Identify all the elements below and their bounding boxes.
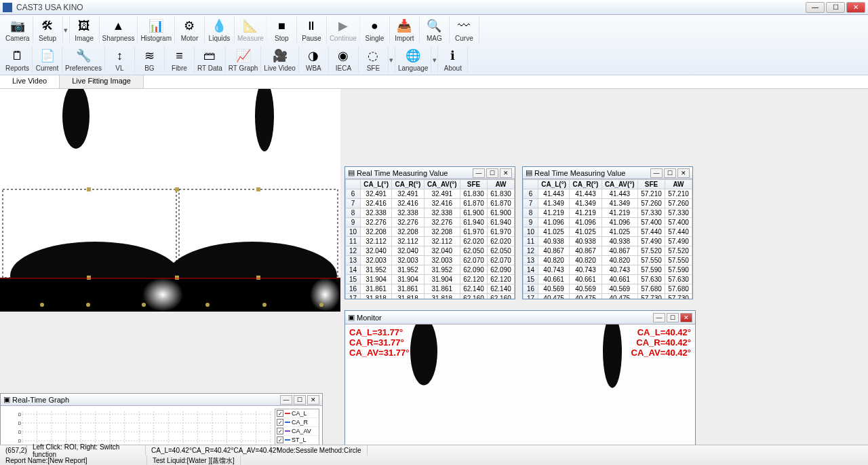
svg-point-16 [40,303,44,307]
legend-ca_l[interactable]: CA_L [275,409,319,418]
toolbar-sfe-dropdown[interactable]: ▾ [389,46,395,73]
toolbar-motor[interactable]: ⚙Motor [175,16,205,43]
toolbar-curve[interactable]: 〰Curve [450,16,479,43]
toolbar-sharpness[interactable]: ▲Sharpness [100,16,138,43]
table-row[interactable]: 732.41632.41632.41661.87061.870 [346,199,515,208]
status-bar: (657,2) Left Click: ROI, Right: Switch f… [0,445,868,465]
toolbar-sfe[interactable]: ◌SFE [359,46,389,73]
toolbar-language-dropdown[interactable]: ▾ [431,46,438,73]
table-row[interactable]: 1140.93840.93840.93857.49057.490 [524,237,692,246]
toolbar-about[interactable]: ℹAbout [438,46,468,73]
svg-point-19 [205,303,210,307]
toolbar-setup-dropdown[interactable]: ▾ [63,16,70,43]
toolbar-language[interactable]: 🌐Language [395,46,432,73]
panel-close-button[interactable]: ✕ [500,168,512,178]
table-row[interactable]: 1531.90431.90431.90462.12062.120 [346,275,515,284]
svg-rect-11 [175,187,179,191]
toolbar-pause[interactable]: ⏸Pause [297,16,327,43]
monitor-min-button[interactable]: — [653,313,665,322]
graph-close-button[interactable]: ✕ [307,395,319,405]
table-row[interactable]: 1440.74340.74340.74357.59057.590 [524,265,692,275]
liquids-icon: 💧 [211,18,227,34]
table-row[interactable]: 1340.82040.82040.82057.55057.550 [524,256,692,265]
toolbar-wba[interactable]: ◑WBA [299,46,329,73]
mag-icon: 🔍 [426,18,442,34]
toolbar-import[interactable]: 📥Import [390,16,420,43]
reports-icon: 🗒 [9,48,26,64]
toolbar-bg[interactable]: ≋BG [135,46,165,73]
checkbox-icon [277,410,283,417]
table-row[interactable]: 1332.00332.00332.00362.07062.070 [346,256,515,265]
graph-title: Real-Time Graph [12,396,69,404]
status-liquid: Test Liquid:[Water ][蒸馏水] [147,455,241,465]
table-row[interactable]: 1731.81831.81831.81862.16062.160 [346,294,515,299]
checkbox-icon [277,428,283,434]
tab-live-video[interactable]: Live Video [0,75,60,88]
maximize-button[interactable]: ☐ [826,2,845,13]
svg-point-21 [319,303,323,307]
rt-table-1[interactable]: CA_L(°)CA_R(°)CA_AV(°)SFEAW632.49132.491… [345,179,515,299]
rt-table-2[interactable]: CA_L(°)CA_R(°)CA_AV(°)SFEAW641.44341.443… [523,179,692,299]
table-row[interactable]: 832.33832.33832.33861.90061.900 [346,208,515,218]
monitor-max-button[interactable]: ☐ [667,313,679,322]
toolbar-setup[interactable]: 🛠Setup [33,16,63,43]
toolbar-liquids[interactable]: 💧Liquids [205,16,235,43]
table-row[interactable]: 941.09641.09641.09657.40057.400 [524,218,692,227]
toolbar-ieca[interactable]: ◉IECA [329,46,359,73]
table-row[interactable]: 1540.66140.66140.66157.63057.630 [524,275,692,284]
toolbar-preferences[interactable]: 🔧Preferences [62,46,105,73]
legend-ca_av[interactable]: CA_AV [275,427,319,436]
toolbar-rt-data[interactable]: 🗃RT Data [195,46,226,73]
svg-text:180: 180 [18,429,22,435]
graph-min-button[interactable]: — [280,395,292,405]
sfe-icon: ◌ [365,48,381,64]
toolbar-rt-graph[interactable]: 📈RT Graph [226,46,262,73]
toolbar-single[interactable]: ●Single [360,16,390,43]
table-row[interactable]: 1640.56940.56940.56957.68057.680 [524,284,692,294]
import-icon: 📥 [396,18,412,34]
table-row[interactable]: 1431.95231.95231.95262.09062.090 [346,265,515,275]
status-mode: Mode:Sessile Method:Circle [271,445,368,455]
table-row[interactable]: 741.34941.34941.34957.26057.260 [524,199,692,208]
panel-min-button[interactable]: — [473,168,485,178]
table-row[interactable]: 1032.20832.20832.20861.97061.970 [346,227,515,237]
panel-max-button[interactable]: ☐ [664,168,676,178]
ribbon-toolbar: 📷Camera🛠Setup▾🖼Image▲Sharpness📊Histogram… [0,15,868,75]
panel-close-button[interactable]: ✕ [677,168,690,178]
toolbar-histogram[interactable]: 📊Histogram [138,16,175,43]
panel-max-button[interactable]: ☐ [486,168,498,178]
toolbar-current[interactable]: 📄Current [33,46,62,73]
toolbar-vl[interactable]: ↕VL [105,46,135,73]
toolbar-camera[interactable]: 📷Camera [3,16,33,43]
toolbar-fibre[interactable]: ≡Fibre [165,46,195,73]
legend-st_l[interactable]: ST_L [275,436,319,445]
monitor-close-button[interactable]: ✕ [680,313,692,322]
toolbar-mag[interactable]: 🔍MAG [420,16,450,43]
legend-ca_r[interactable]: CA_R [275,418,319,427]
single-icon: ● [366,18,382,34]
continue-icon: ▶ [335,18,351,34]
table-row[interactable]: 1631.86131.86131.86162.14062.140 [346,284,515,294]
tab-live-fitting-image[interactable]: Live Fitting Image [60,75,144,88]
table-row[interactable]: 1232.04032.04032.04062.05062.050 [346,246,515,256]
svg-text:220: 220 [18,411,22,417]
table-row[interactable]: 1240.86740.86740.86757.52057.520 [524,246,692,256]
panel-min-button[interactable]: — [650,168,663,178]
table-row[interactable]: 1132.11232.11232.11262.02062.020 [346,237,515,246]
wba-icon: ◑ [305,48,321,64]
table-row[interactable]: 932.27632.27632.27661.94061.940 [346,218,515,227]
table-row[interactable]: 1740.47540.47540.47557.73057.730 [524,294,692,299]
toolbar-image[interactable]: 🖼Image [70,16,100,43]
svg-rect-13 [87,276,91,280]
toolbar-stop[interactable]: ■Stop [267,16,297,43]
minimize-button[interactable]: — [806,2,825,13]
table-row[interactable]: 1041.02541.02541.02557.44057.440 [524,227,692,237]
close-button[interactable]: ✕ [846,2,865,13]
toolbar-reports[interactable]: 🗒Reports [3,46,33,73]
toolbar-live-video[interactable]: 🎥Live Video [261,46,299,73]
graph-max-button[interactable]: ☐ [294,395,306,405]
table-row[interactable]: 841.21941.21941.21957.33057.330 [524,208,692,218]
table-row[interactable]: 632.49132.49132.49161.83061.830 [346,189,515,199]
rt-table2-title: Real Time Measuring Value [534,169,625,177]
table-row[interactable]: 641.44341.44341.44357.21057.210 [524,189,692,199]
